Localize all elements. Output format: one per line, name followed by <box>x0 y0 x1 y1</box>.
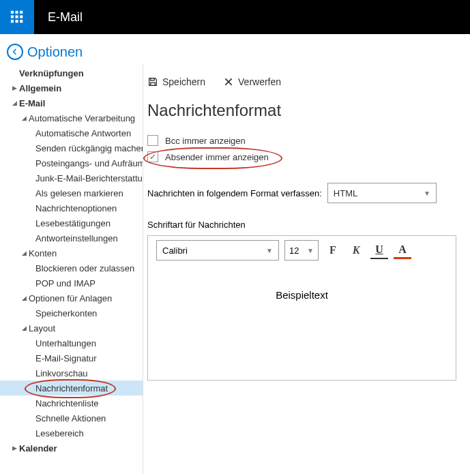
bcc-label: Bcc immer anzeigen <box>165 136 246 146</box>
bold-button[interactable]: F <box>324 241 342 259</box>
sidebar-auto[interactable]: ◢Automatische Verarbeitung <box>0 110 143 125</box>
options-label: Optionen <box>27 44 83 60</box>
page-title: Nachrichtenformat <box>147 101 470 120</box>
caret-icon: ◢ <box>11 100 18 106</box>
sender-checkbox-row: Absender immer anzeigen <box>147 151 470 162</box>
sidebar-item-auto-5[interactable]: Nachrichtenoptionen <box>0 200 143 215</box>
font-size: 12 <box>289 246 299 256</box>
sidebar-layout[interactable]: ◢Layout <box>0 321 143 336</box>
discard-label: Verwerfen <box>238 76 281 87</box>
sidebar-item-accounts-0[interactable]: Blockieren oder zulassen <box>0 261 143 276</box>
compose-format-select[interactable]: HTML ▼ <box>327 183 437 203</box>
svg-rect-3 <box>11 16 14 18</box>
svg-rect-9 <box>151 78 154 80</box>
bcc-checkbox[interactable] <box>147 135 158 146</box>
save-button[interactable]: Speichern <box>147 76 205 87</box>
italic-button[interactable]: K <box>347 241 365 259</box>
font-preview: Beispieltext <box>147 265 456 381</box>
svg-rect-2 <box>20 11 23 14</box>
sidebar-general[interactable]: ▶Allgemein <box>0 80 143 95</box>
sidebar-item-layout-1[interactable]: E-Mail-Signatur <box>0 351 143 366</box>
sidebar-item-auto-6[interactable]: Lesebestätigungen <box>0 215 143 230</box>
sidebar-item-auto-7[interactable]: Antworteinstellungen <box>0 230 143 246</box>
sidebar-item-auto-0[interactable]: Automatische Antworten <box>0 125 143 140</box>
sidebar-item-layout-5[interactable]: Schnelle Aktionen <box>0 411 143 426</box>
svg-rect-7 <box>16 20 18 23</box>
sidebar-item-auto-4[interactable]: Als gelesen markieren <box>0 185 143 200</box>
options-sidebar: Verknüpfungen ▶Allgemein ◢E-Mail ◢Automa… <box>0 64 143 475</box>
sidebar-item-auto-1[interactable]: Senden rückgängig machen <box>0 140 143 155</box>
sidebar-item-accounts-1[interactable]: POP und IMAP <box>0 276 143 291</box>
sidebar-shortcuts[interactable]: Verknüpfungen <box>0 65 143 80</box>
compose-format-row: Nachrichten in folgendem Format verfasse… <box>147 183 470 203</box>
save-icon <box>147 76 158 87</box>
format-value: HTML <box>334 188 357 198</box>
underline-button[interactable]: U <box>370 241 388 259</box>
chevron-down-icon: ▼ <box>266 247 273 254</box>
svg-rect-6 <box>11 20 14 23</box>
sidebar-email[interactable]: ◢E-Mail <box>0 95 143 110</box>
svg-rect-8 <box>20 20 23 23</box>
sidebar-item-layout-0[interactable]: Unterhaltungen <box>0 336 143 351</box>
bcc-checkbox-row: Bcc immer anzeigen <box>147 135 470 146</box>
sender-checkbox[interactable] <box>147 151 158 162</box>
sidebar-item-layout-4[interactable]: Nachrichtenliste <box>0 396 143 411</box>
back-arrow-icon <box>7 44 23 60</box>
sidebar-item-attach-0[interactable]: Speicherkonten <box>0 306 143 321</box>
chevron-down-icon: ▼ <box>424 190 430 197</box>
font-color-button[interactable]: A <box>394 241 411 259</box>
chevron-down-icon: ▼ <box>307 247 314 254</box>
sidebar-attach[interactable]: ◢Optionen für Anlagen <box>0 291 143 306</box>
close-icon <box>223 76 234 87</box>
back-to-options[interactable]: Optionen <box>0 34 470 64</box>
font-family-select[interactable]: Calibri ▼ <box>156 240 279 261</box>
main-panel: Speichern Verwerfen Nachrichtenformat Bc… <box>143 64 470 475</box>
sidebar-calendar[interactable]: ▶Kalender <box>0 441 143 456</box>
caret-icon: ▶ <box>11 85 18 91</box>
font-toolbar: Calibri ▼ 12 ▼ F K U A <box>156 240 452 261</box>
sidebar-accounts[interactable]: ◢Konten <box>0 246 143 261</box>
sidebar-item-auto-3[interactable]: Junk-E-Mail-Berichterstattung <box>0 170 143 185</box>
caret-icon: ▶ <box>11 445 18 451</box>
app-title: E-Mail <box>48 10 83 25</box>
svg-rect-1 <box>16 11 18 14</box>
caret-icon: ◢ <box>20 325 27 331</box>
sidebar-item-layout-6[interactable]: Lesebereich <box>0 426 143 441</box>
sidebar-item-nachrichtenformat[interactable]: Nachrichtenformat <box>0 381 143 396</box>
caret-icon: ◢ <box>20 115 27 121</box>
font-size-select[interactable]: 12 ▼ <box>284 240 319 261</box>
top-bar: E-Mail <box>0 0 470 34</box>
format-label: Nachrichten in folgendem Format verfasse… <box>147 188 322 198</box>
svg-rect-4 <box>16 16 18 18</box>
preview-text: Beispieltext <box>276 289 328 301</box>
save-label: Speichern <box>162 76 205 87</box>
caret-icon: ◢ <box>20 250 27 256</box>
font-section-label: Schriftart für Nachrichten <box>147 220 470 230</box>
sender-label: Absender immer anzeigen <box>165 152 269 162</box>
sidebar-item-auto-2[interactable]: Posteingangs- und Aufräumregeln <box>0 155 143 170</box>
svg-rect-0 <box>11 11 14 14</box>
app-launcher-icon[interactable] <box>0 0 34 34</box>
toolbar: Speichern Verwerfen <box>143 76 470 87</box>
font-name: Calibri <box>162 246 188 256</box>
sidebar-item-layout-2[interactable]: Linkvorschau <box>0 366 143 381</box>
svg-rect-5 <box>20 16 23 18</box>
discard-button[interactable]: Verwerfen <box>223 76 281 87</box>
svg-rect-10 <box>151 83 156 85</box>
caret-icon: ◢ <box>20 295 27 301</box>
